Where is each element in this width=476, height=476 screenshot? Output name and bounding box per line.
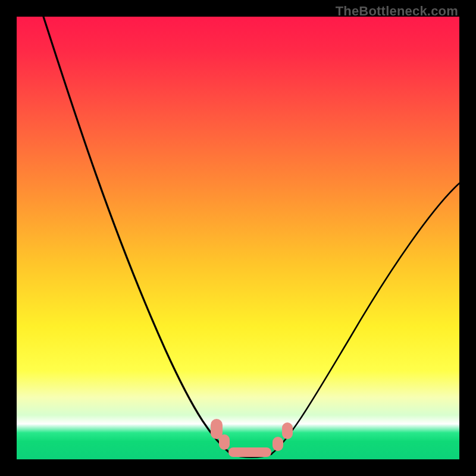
- page-frame: TheBottleneck.com: [0, 0, 476, 476]
- marker-right-lower: [273, 437, 283, 451]
- marker-right-upper: [282, 422, 293, 439]
- marker-left-lower: [219, 434, 230, 450]
- bottleneck-curve: [17, 17, 459, 459]
- marker-valley-bar: [228, 447, 271, 457]
- chart-area: [17, 17, 459, 459]
- curve-right-branch: [271, 183, 459, 454]
- curve-left-branch: [43, 17, 231, 454]
